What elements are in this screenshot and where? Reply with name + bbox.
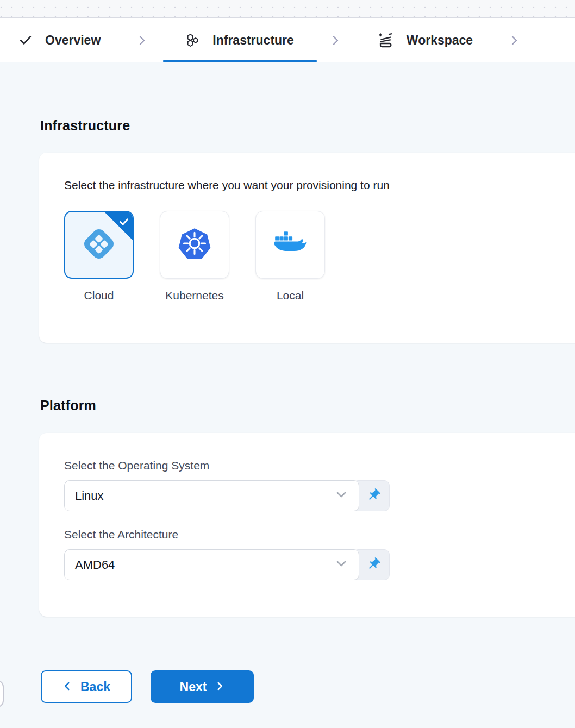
os-select-value: Linux [75, 489, 104, 503]
wizard-stepper: Overview Infrastructure Workspace [0, 18, 575, 62]
step-infrastructure-label: Infrastructure [212, 33, 294, 48]
option-local-label: Local [277, 289, 304, 302]
platform-section-title: Platform [40, 398, 96, 413]
next-button-label: Next [180, 680, 207, 694]
chevron-right-icon [136, 18, 148, 62]
left-edge-cutoff-element [0, 680, 4, 707]
arch-select-label: Select the Architecture [64, 528, 566, 541]
arch-select-value: AMD64 [75, 558, 115, 572]
arch-field-row: AMD64 [64, 549, 566, 580]
option-cloud-label: Cloud [84, 289, 114, 302]
back-button-label: Back [80, 680, 110, 694]
chevron-down-icon [335, 488, 348, 504]
step-workspace-label: Workspace [407, 33, 473, 48]
step-overview-label: Overview [45, 33, 101, 48]
infrastructure-options: Cloud [64, 211, 566, 302]
docker-whale-icon [273, 231, 307, 259]
hexagons-icon [184, 32, 201, 49]
infrastructure-prompt: Select the infrastructure where you want… [64, 179, 566, 192]
kubernetes-icon [177, 226, 212, 264]
next-button[interactable]: Next [151, 670, 254, 703]
pushpin-icon [366, 557, 381, 573]
step-workspace[interactable]: Workspace [377, 18, 473, 62]
back-button[interactable]: Back [41, 670, 132, 703]
platform-card: Select the Operating System Linux Select… [39, 433, 575, 617]
option-cloud[interactable] [64, 211, 134, 279]
infrastructure-card: Select the infrastructure where you want… [39, 153, 575, 343]
check-icon [18, 33, 33, 48]
os-field-row: Linux [64, 480, 566, 511]
option-kubernetes-label: Kubernetes [165, 289, 223, 302]
infrastructure-section-title: Infrastructure [40, 118, 130, 134]
chevron-right-icon [215, 680, 224, 694]
step-infrastructure[interactable]: Infrastructure [184, 18, 294, 62]
step-overview[interactable]: Overview [18, 18, 101, 62]
pushpin-icon [366, 488, 381, 504]
cloud-diamond-icon [78, 223, 120, 267]
option-kubernetes[interactable] [160, 211, 229, 279]
os-select-label: Select the Operating System [64, 459, 566, 472]
chevron-left-icon [62, 680, 72, 694]
os-select[interactable]: Linux [64, 480, 359, 511]
dotted-pattern-strip [0, 0, 575, 18]
arch-select[interactable]: AMD64 [64, 549, 359, 580]
chevron-right-icon [330, 18, 341, 62]
chevron-down-icon [335, 557, 348, 573]
stack-icon [377, 32, 395, 49]
option-local[interactable] [255, 211, 325, 279]
chevron-right-icon [509, 18, 520, 62]
